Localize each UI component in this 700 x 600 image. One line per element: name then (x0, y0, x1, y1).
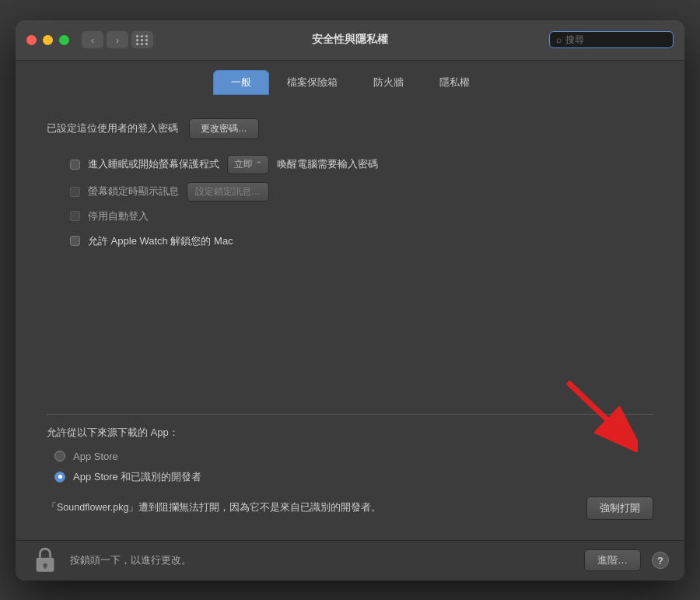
close-button[interactable] (26, 35, 37, 45)
dropdown-arrow-icon: ⌃ (256, 160, 262, 168)
content-area: 已設定這位使用者的登入密碼 更改密碼… 進入睡眠或開始螢幕保護程式 立即 ⌃ 喚… (16, 95, 684, 540)
warning-row: 「Soundflower.pkg」遭到阻攔無法打開，因為它不是來自已識別的開發者… (47, 492, 653, 525)
traffic-lights (26, 35, 69, 45)
tabbar: 一般 檔案保險箱 防火牆 隱私權 (16, 61, 684, 95)
tab-privacy[interactable]: 隱私權 (422, 70, 488, 95)
apple-watch-label: 允許 Apple Watch 解鎖您的 Mac (88, 234, 233, 248)
apple-watch-checkbox[interactable] (70, 236, 80, 246)
sleep-label: 進入睡眠或開始螢幕保護程式 (88, 157, 219, 171)
radio-app-store-label: App Store (73, 451, 118, 462)
wake-label: 喚醒電腦需要輸入密碼 (277, 157, 378, 171)
preferences-window: ‹ › 安全性與隱私權 ⌕ 一般 檔案保險箱 防火牆 隱私權 已設定這位使用者的… (16, 20, 684, 581)
radio-app-store-identified[interactable] (54, 472, 65, 482)
svg-rect-4 (44, 566, 46, 569)
window-title: 安全性與隱私權 (312, 33, 388, 47)
lock-message-checkbox[interactable] (70, 187, 80, 197)
radio-app-store[interactable] (54, 451, 65, 461)
nav-buttons: ‹ › (82, 31, 128, 48)
divider (47, 414, 653, 415)
sleep-checkbox[interactable] (70, 160, 80, 170)
options-group: 進入睡眠或開始螢幕保護程式 立即 ⌃ 喚醒電腦需要輸入密碼 螢幕鎖定時顯示訊息 … (47, 150, 653, 253)
lock-message-button[interactable]: 設定鎖定訊息… (187, 182, 269, 202)
warning-text: 「Soundflower.pkg」遭到阻攔無法打開，因為它不是來自已識別的開發者… (47, 501, 574, 514)
downloads-label: 允許從以下來源下載的 App： (47, 426, 653, 440)
help-button[interactable]: ? (652, 552, 669, 569)
sleep-row: 進入睡眠或開始螢幕保護程式 立即 ⌃ 喚醒電腦需要輸入密碼 (70, 155, 653, 174)
bottom-lock-hint: 按鎖頭一下，以進行更改。 (70, 553, 573, 567)
sleep-dropdown-value: 立即 (234, 158, 253, 171)
radio-app-store-row: App Store (47, 451, 653, 462)
password-section: 已設定這位使用者的登入密碼 更改密碼… (47, 111, 653, 150)
tab-general[interactable]: 一般 (213, 70, 269, 95)
maximize-button[interactable] (59, 35, 69, 45)
bottombar: 按鎖頭一下，以進行更改。 進階… ? (16, 540, 684, 581)
lock-icon (31, 546, 59, 574)
radio-identified-row: App Store 和已識別的開發者 (47, 470, 653, 484)
tab-firewall[interactable]: 防火牆 (355, 70, 422, 95)
sleep-dropdown[interactable]: 立即 ⌃ (227, 155, 269, 174)
auto-login-label: 停用自動登入 (88, 209, 149, 223)
grid-button[interactable] (131, 31, 153, 48)
tab-filevault[interactable]: 檔案保險箱 (269, 70, 355, 95)
password-set-label: 已設定這位使用者的登入密碼 (47, 121, 178, 135)
search-icon: ⌕ (556, 34, 562, 45)
back-button[interactable]: ‹ (82, 31, 103, 48)
radio-identified-label: App Store 和已識別的開發者 (73, 470, 201, 484)
change-password-button[interactable]: 更改密碼… (189, 118, 259, 139)
advanced-button[interactable]: 進階… (584, 549, 641, 571)
auto-login-checkbox[interactable] (70, 211, 80, 221)
search-box[interactable]: ⌕ (549, 31, 674, 48)
forward-button[interactable]: › (107, 31, 128, 48)
force-open-button[interactable]: 強制打開 (586, 496, 653, 520)
minimize-button[interactable] (43, 35, 53, 45)
apple-watch-row: 允許 Apple Watch 解鎖您的 Mac (70, 234, 653, 248)
search-input[interactable] (565, 34, 667, 45)
auto-login-row: 停用自動登入 (70, 209, 653, 223)
downloads-section: 允許從以下來源下載的 App： App Store App Store 和已識別… (47, 426, 653, 525)
lock-message-row: 螢幕鎖定時顯示訊息 設定鎖定訊息… (70, 182, 653, 202)
lock-message-label: 螢幕鎖定時顯示訊息 (88, 184, 179, 198)
titlebar: ‹ › 安全性與隱私權 ⌕ (16, 20, 684, 61)
